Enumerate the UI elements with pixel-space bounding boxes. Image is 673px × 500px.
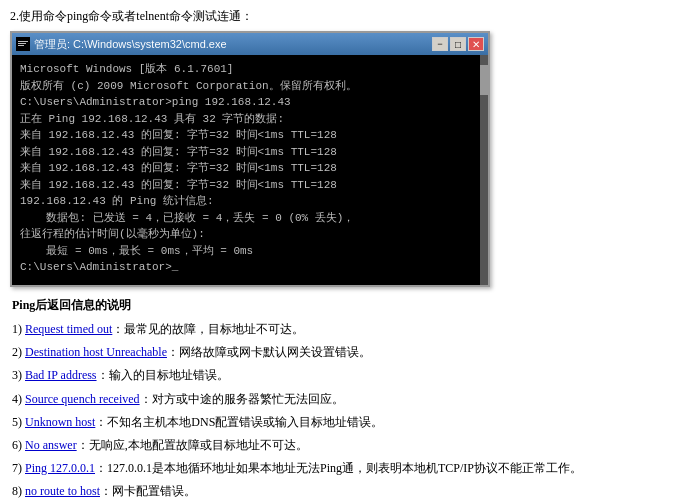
svg-rect-3 bbox=[18, 45, 24, 46]
item-text: 网卡配置错误。 bbox=[112, 484, 196, 498]
item-label: Ping 127.0.0.1 bbox=[25, 461, 95, 475]
item-text: 网络故障或网卡默认网关设置错误。 bbox=[179, 345, 371, 359]
item-number: 5) bbox=[12, 415, 25, 429]
item-number: 1) bbox=[12, 322, 25, 336]
cmd-line: C:\Users\Administrator>_ bbox=[20, 259, 472, 276]
ping-info-title: Ping后返回信息的说明 bbox=[12, 297, 661, 314]
ping-info-item: 6) No answer：无响应,本地配置故障或目标地址不可达。 bbox=[12, 436, 661, 455]
item-label: Request timed out bbox=[25, 322, 112, 336]
cmd-line: 192.168.12.43 的 Ping 统计信息: bbox=[20, 193, 472, 210]
ping-info-item: 8) no route to host：网卡配置错误。 bbox=[12, 482, 661, 500]
cmd-line: Microsoft Windows [版本 6.1.7601] bbox=[20, 61, 472, 78]
cmd-line: 来自 192.168.12.43 的回复: 字节=32 时间<1ms TTL=1… bbox=[20, 144, 472, 161]
item-text: 最常见的故障，目标地址不可达。 bbox=[124, 322, 304, 336]
item-colon: ： bbox=[112, 322, 124, 336]
close-button[interactable]: ✕ bbox=[468, 37, 484, 51]
intro-text: 2.使用命令ping命令或者telnent命令测试连通： bbox=[10, 8, 663, 25]
item-number: 2) bbox=[12, 345, 25, 359]
item-number: 8) bbox=[12, 484, 25, 498]
ping-items-container: 1) Request timed out：最常见的故障，目标地址不可达。2) D… bbox=[12, 320, 661, 500]
cmd-line: 最短 = 0ms，最长 = 0ms，平均 = 0ms bbox=[20, 243, 472, 260]
cmd-line: 正在 Ping 192.168.12.43 具有 32 字节的数据: bbox=[20, 111, 472, 128]
cmd-line: 来自 192.168.12.43 的回复: 字节=32 时间<1ms TTL=1… bbox=[20, 177, 472, 194]
cmd-line: 版权所有 (c) 2009 Microsoft Corporation。保留所有… bbox=[20, 78, 472, 95]
item-colon: ： bbox=[95, 461, 107, 475]
item-number: 6) bbox=[12, 438, 25, 452]
item-text: 对方或中途的服务器繁忙无法回应。 bbox=[152, 392, 344, 406]
item-number: 4) bbox=[12, 392, 25, 406]
ping-info-item: 4) Source quench received：对方或中途的服务器繁忙无法回… bbox=[12, 390, 661, 409]
maximize-button[interactable]: □ bbox=[450, 37, 466, 51]
item-colon: ： bbox=[95, 415, 107, 429]
item-colon: ： bbox=[97, 368, 109, 382]
ping-info-section: Ping后返回信息的说明 1) Request timed out：最常见的故障… bbox=[10, 297, 663, 500]
item-number: 3) bbox=[12, 368, 25, 382]
item-text: 127.0.0.1是本地循环地址如果本地址无法Ping通，则表明本地机TCP/I… bbox=[107, 461, 582, 475]
cmd-line: C:\Users\Administrator>ping 192.168.12.4… bbox=[20, 94, 472, 111]
cmd-line: 来自 192.168.12.43 的回复: 字节=32 时间<1ms TTL=1… bbox=[20, 160, 472, 177]
item-label: no route to host bbox=[25, 484, 100, 498]
item-label: No answer bbox=[25, 438, 77, 452]
item-label: Destination host Unreachable bbox=[25, 345, 167, 359]
cmd-line: 来自 192.168.12.43 的回复: 字节=32 时间<1ms TTL=1… bbox=[20, 127, 472, 144]
ping-info-item: 5) Unknown host：不知名主机本地DNS配置错误或输入目标地址错误。 bbox=[12, 413, 661, 432]
minimize-button[interactable]: － bbox=[432, 37, 448, 51]
ping-info-item: 2) Destination host Unreachable：网络故障或网卡默… bbox=[12, 343, 661, 362]
cmd-icon bbox=[16, 37, 30, 51]
cmd-titlebar-buttons: － □ ✕ bbox=[432, 37, 484, 51]
cmd-window: 管理员: C:\Windows\system32\cmd.exe － □ ✕ M… bbox=[10, 31, 490, 287]
svg-rect-2 bbox=[18, 43, 26, 44]
ping-info-item: 3) Bad IP address：输入的目标地址错误。 bbox=[12, 366, 661, 385]
svg-rect-1 bbox=[18, 41, 28, 42]
cmd-titlebar-left: 管理员: C:\Windows\system32\cmd.exe bbox=[16, 37, 227, 52]
cmd-line: 往返行程的估计时间(以毫秒为单位): bbox=[20, 226, 472, 243]
item-colon: ：无响应,本地配置故障或目标地址不可达。 bbox=[77, 438, 308, 452]
cmd-titlebar: 管理员: C:\Windows\system32\cmd.exe － □ ✕ bbox=[12, 33, 488, 55]
page-container: 2.使用命令ping命令或者telnent命令测试连通： 管理员: C:\Win… bbox=[0, 0, 673, 500]
item-colon: ： bbox=[140, 392, 152, 406]
cmd-scrollbar[interactable] bbox=[480, 55, 488, 285]
item-label: Source quench received bbox=[25, 392, 140, 406]
cmd-body-wrapper: Microsoft Windows [版本 6.1.7601]版权所有 (c) … bbox=[12, 55, 488, 285]
cmd-line: 数据包: 已发送 = 4，已接收 = 4，丢失 = 0 (0% 丢失)， bbox=[20, 210, 472, 227]
item-text: 不知名主机本地DNS配置错误或输入目标地址错误。 bbox=[107, 415, 383, 429]
item-label: Unknown host bbox=[25, 415, 95, 429]
item-colon: ： bbox=[100, 484, 112, 498]
cmd-title: 管理员: C:\Windows\system32\cmd.exe bbox=[34, 37, 227, 52]
cmd-scrollbar-thumb[interactable] bbox=[480, 65, 488, 95]
cmd-body: Microsoft Windows [版本 6.1.7601]版权所有 (c) … bbox=[12, 55, 480, 285]
ping-info-item: 7) Ping 127.0.0.1：127.0.0.1是本地循环地址如果本地址无… bbox=[12, 459, 661, 478]
item-colon: ： bbox=[167, 345, 179, 359]
item-number: 7) bbox=[12, 461, 25, 475]
item-text: 输入的目标地址错误。 bbox=[109, 368, 229, 382]
ping-info-item: 1) Request timed out：最常见的故障，目标地址不可达。 bbox=[12, 320, 661, 339]
item-label: Bad IP address bbox=[25, 368, 97, 382]
